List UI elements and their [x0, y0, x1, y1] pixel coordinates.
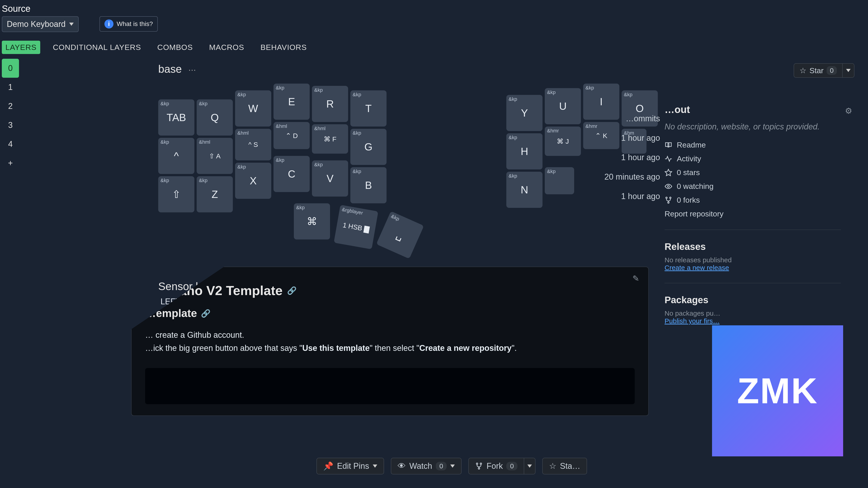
- what-is-this-label: What is this?: [117, 20, 153, 28]
- commit-time: 1 hour ago: [479, 192, 660, 201]
- edit-pins-button[interactable]: 📌 Edit Pins: [316, 458, 384, 475]
- nav-tabs: LAYERS CONDITIONAL LAYERS COMBOS MACROS …: [2, 41, 310, 54]
- key[interactable]: &kpE: [274, 84, 310, 120]
- key-main: Z: [197, 176, 233, 213]
- star-button[interactable]: ☆ Star 0: [794, 63, 843, 78]
- key[interactable]: &kp␣: [376, 211, 424, 259]
- report-link[interactable]: Report repository: [664, 209, 841, 218]
- activity-link[interactable]: Activity: [664, 154, 841, 163]
- commits-label: …ommits: [479, 114, 660, 123]
- source-label: Source: [2, 4, 31, 14]
- packages-heading: Packages: [664, 295, 841, 305]
- readme-link[interactable]: Readme: [664, 140, 841, 149]
- key-main: E: [274, 84, 310, 120]
- key[interactable]: &kpX: [235, 163, 271, 199]
- forks-count[interactable]: 0 forks: [664, 196, 841, 204]
- fork-count: 0: [506, 462, 518, 470]
- key[interactable]: &hml⌘ F: [312, 124, 348, 154]
- star-icon: ☆: [800, 66, 806, 75]
- key[interactable]: &kp⌘: [294, 203, 330, 239]
- layer-3[interactable]: 3: [2, 116, 19, 135]
- gear-icon[interactable]: ⚙: [845, 106, 852, 116]
- what-is-this-button[interactable]: i What is this?: [99, 16, 158, 32]
- readme-h2: …emplate🔗: [145, 307, 635, 320]
- fork-icon: [475, 462, 483, 470]
- tab-layers[interactable]: LAYERS: [2, 41, 40, 54]
- watching-count[interactable]: 0 watching: [664, 182, 841, 191]
- key[interactable]: &kpT: [350, 90, 386, 127]
- pulse-icon: [664, 155, 672, 163]
- key[interactable]: &hml⇧ A: [197, 138, 233, 174]
- create-release-link[interactable]: Create a new release: [664, 264, 729, 271]
- fork-button[interactable]: Fork 0: [468, 458, 524, 475]
- eye-icon: 👁: [398, 461, 406, 471]
- key[interactable]: &kpW: [235, 90, 271, 127]
- layer-4[interactable]: 4: [2, 135, 19, 154]
- key[interactable]: &hml^ S: [235, 129, 271, 160]
- tab-behaviors[interactable]: BEHAVIORS: [257, 41, 310, 54]
- key[interactable]: &kp⇧: [158, 176, 194, 213]
- info-icon: i: [104, 20, 114, 29]
- tab-macros[interactable]: MACROS: [206, 41, 248, 54]
- chevron-down-icon: [450, 464, 455, 468]
- edit-readme-icon[interactable]: ✎: [632, 274, 639, 283]
- watch-button[interactable]: 👁 Watch 0: [391, 458, 462, 475]
- packages-section: Packages No packages pu… Publish your fi…: [664, 295, 841, 325]
- commit-time: 1 hour ago: [479, 133, 660, 143]
- key[interactable]: &kpG: [350, 129, 386, 165]
- key[interactable]: &kpB: [350, 167, 386, 203]
- link-icon[interactable]: 🔗: [287, 286, 297, 295]
- star-button-group: ☆ Star 0: [794, 63, 855, 78]
- chevron-down-icon: [846, 69, 850, 72]
- key[interactable]: &kpV: [312, 160, 348, 197]
- chevron-down-icon: [527, 464, 532, 468]
- link-icon[interactable]: 🔗: [201, 309, 211, 318]
- source-selector[interactable]: Demo Keyboard: [2, 16, 79, 32]
- book-icon: [664, 141, 672, 149]
- layer-title: base ⋯: [158, 63, 196, 75]
- key-main: ⇧: [158, 176, 194, 213]
- key[interactable]: &rgblayer1 HSB ▇: [334, 205, 378, 250]
- layer-menu-icon[interactable]: ⋯: [188, 66, 196, 74]
- layer-name: base: [158, 63, 182, 75]
- releases-heading: Releases: [664, 241, 841, 252]
- about-heading: …out: [664, 104, 841, 115]
- key[interactable]: &kpZ: [197, 176, 233, 213]
- add-layer-button[interactable]: [2, 154, 19, 173]
- key-main: Q: [197, 99, 233, 135]
- key-main: B: [350, 167, 386, 203]
- layer-2[interactable]: 2: [2, 97, 19, 116]
- readme-panel: ✎ …e!Nano V2 Template🔗 …emplate🔗 … creat…: [131, 267, 649, 416]
- layer-1[interactable]: 1: [2, 78, 19, 97]
- key[interactable]: &kp^: [158, 138, 194, 174]
- key[interactable]: &kpTAB: [158, 99, 194, 135]
- packages-none: No packages pu…: [664, 310, 841, 317]
- source-selected: Demo Keyboard: [7, 20, 66, 29]
- star-icon: ☆: [549, 461, 556, 471]
- key[interactable]: &kpQ: [197, 99, 233, 135]
- zmk-logo: ZMK: [712, 325, 843, 456]
- fork-dropdown[interactable]: [524, 458, 535, 475]
- tab-combos[interactable]: COMBOS: [154, 41, 196, 54]
- svg-point-4: [476, 463, 478, 464]
- repo-actions: 📌 Edit Pins 👁 Watch 0 Fork 0 ☆ Sta…: [316, 458, 587, 475]
- key[interactable]: &kpR: [312, 86, 348, 122]
- key-main: X: [235, 163, 271, 199]
- commit-time: 1 hour ago: [479, 153, 660, 162]
- star-dropdown[interactable]: [843, 63, 855, 78]
- key[interactable]: &hml⌃ D: [274, 122, 310, 149]
- releases-none: No releases published: [664, 256, 841, 264]
- stars-count[interactable]: 0 stars: [664, 168, 841, 177]
- key-sub: ⌃ D: [274, 122, 310, 149]
- star-label: Star: [809, 66, 824, 75]
- layer-0[interactable]: 0: [2, 59, 19, 78]
- releases-section: Releases No releases published Create a …: [664, 241, 841, 271]
- key-main: G: [350, 129, 386, 165]
- star-button-bottom[interactable]: ☆ Sta…: [542, 458, 587, 475]
- key[interactable]: &kpC: [274, 156, 310, 192]
- svg-point-5: [480, 463, 482, 464]
- chevron-down-icon: [69, 23, 74, 26]
- tab-conditional-layers[interactable]: CONDITIONAL LAYERS: [49, 41, 145, 54]
- publish-package-link[interactable]: Publish your firs…: [664, 317, 719, 325]
- chevron-down-icon: [373, 464, 377, 468]
